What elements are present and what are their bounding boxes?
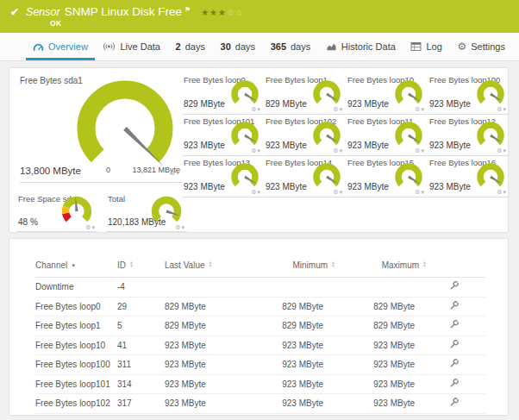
table-row-free-bytes-loop100[interactable]: Free Bytes loop100311923 MByte923 MByte9… [35,355,485,375]
table-row-free-bytes-loop0[interactable]: Free Bytes loop029829 MByte829 MByte829 … [35,297,485,317]
cell-maximum: 923 MByte [335,394,427,414]
column-header-channel[interactable]: Channel▼ [35,258,117,278]
cell-channel[interactable]: Downtime [35,278,117,298]
table-row-free-bytes-loop10[interactable]: Free Bytes loop1041923 MByte923 MByte923… [35,335,485,355]
gauge-arc [229,162,260,191]
cell-id: 311 [117,355,165,375]
primary-gauge-cell[interactable]: Free Bytes sda1 13,800 MByte 0 13,821 MB… [16,68,182,189]
pin-icon[interactable]: ▾ [421,106,425,112]
cell-channel[interactable]: Free Bytes loop11 [35,413,117,416]
gauge-value: 120,183 MByte [108,217,166,227]
sorted-desc-icon: ▼ [71,263,76,268]
cell-maximum: 923 MByte [335,374,427,394]
cell-channel[interactable]: Free Bytes loop10 [35,335,117,355]
table-row-free-bytes-loop1[interactable]: Free Bytes loop15829 MByte829 MByte829 M… [35,317,485,336]
cell-channel[interactable]: Free Bytes loop0 [35,297,117,317]
star-icon[interactable]: ☆ [227,8,235,17]
star-icon[interactable]: ★ [201,8,209,17]
cell-channel[interactable]: Free Bytes loop1 [35,317,117,336]
pin-icon[interactable]: ▾ [421,189,425,195]
tab-overview[interactable]: Overview [33,33,88,60]
wrench-icon[interactable] [449,320,459,329]
cell-actions [427,278,485,298]
cell-minimum: 923 MByte [270,374,335,394]
chart-icon [326,42,337,51]
gauge-free-bytes-loop102[interactable]: Free Bytes loop102923 MByte⚙▾ [264,115,345,156]
column-header-id[interactable]: ID▲▼ [117,258,165,278]
pin-icon[interactable]: ▾ [181,224,185,230]
sort-icon: ▲▼ [422,260,427,267]
gauge-free-bytes-loop15[interactable]: Free Bytes loop15923 MByte⚙▾ [346,156,427,197]
primary-gauge-settings-icons[interactable]: ⚙▾ [170,170,180,177]
flag-icon[interactable]: ⚑ [184,6,191,14]
column-header-last-value[interactable]: Last Value▲▼ [165,258,270,278]
cell-id: 44 [117,413,165,416]
cell-id: -4 [117,278,165,298]
star-icon[interactable]: ☆ [235,8,244,17]
tab-live-data[interactable]: Live Data [103,33,159,60]
column-header-minimum[interactable]: Minimum▲▼ [270,258,335,278]
cell-channel[interactable]: Free Bytes loop101 [35,374,117,394]
gauge-free-bytes-loop16[interactable]: Free Bytes loop16923 MByte⚙▾ [428,156,509,197]
pin-icon[interactable]: ▾ [257,106,261,112]
table-row-downtime[interactable]: Downtime-4 [35,278,485,298]
column-header-maximum[interactable]: Maximum▲▼ [335,258,427,278]
cell-channel[interactable]: Free Bytes loop100 [35,355,117,375]
gauge-free-bytes-loop11[interactable]: Free Bytes loop11923 MByte⚙▾ [346,115,427,156]
star-icon[interactable]: ★ [209,8,218,17]
tab-log[interactable]: Log [410,33,441,60]
table-row-free-bytes-loop101[interactable]: Free Bytes loop101314923 MByte923 MByte9… [35,374,485,394]
tab-365-days[interactable]: 365days [271,33,311,60]
wrench-icon[interactable] [449,301,459,310]
cell-channel[interactable]: Free Bytes loop102 [35,394,117,414]
gauge-free-bytes-loop13[interactable]: Free Bytes loop13923 MByte⚙▾ [182,156,263,197]
gauge-free-bytes-loop10[interactable]: Free Bytes loop10923 MByte⚙▾ [346,73,427,115]
gauge-label: Total [108,194,125,204]
pin-icon[interactable]: ▾ [339,106,343,112]
tab-30-days[interactable]: 30days [221,33,256,60]
cell-minimum: 923 MByte [270,413,335,416]
gauge-arc [59,195,94,228]
pin-icon[interactable]: ▾ [339,189,343,195]
pin-icon[interactable]: ▾ [421,147,425,154]
priority-stars[interactable]: ★★★☆☆ [201,8,244,17]
gauge-arc [393,121,424,150]
gauge-total[interactable]: Total120,183 MByte⚙▾ [106,192,187,232]
pin-icon[interactable]: ▾ [257,189,261,195]
gauge-value: 829 MByte [184,99,225,109]
wrench-icon[interactable] [449,340,459,349]
cell-actions [427,317,485,336]
gauge-free-bytes-loop0[interactable]: Free Bytes loop0829 MByte⚙▾ [182,73,263,115]
wrench-icon[interactable] [449,398,459,407]
gauge-free-space-sda1[interactable]: Free Space sda148 %⚙▾ [16,192,97,232]
cell-maximum: 923 MByte [335,413,427,416]
tab-2-days[interactable]: 2days [176,33,205,60]
gauge-value: 923 MByte [429,182,471,191]
table-row-free-bytes-loop11[interactable]: Free Bytes loop1144923 MByte923 MByte923… [35,413,485,416]
pin-icon[interactable]: ▾ [503,189,507,195]
pin-icon[interactable]: ▾ [339,147,343,154]
gauge-free-bytes-loop12[interactable]: Free Bytes loop12923 MByte⚙▾ [428,115,509,156]
pin-icon[interactable]: ▾ [503,106,507,112]
cell-last-value: 923 MByte [165,413,270,416]
cell-maximum: 923 MByte [335,355,427,375]
gauge-free-bytes-loop14[interactable]: Free Bytes loop14923 MByte⚙▾ [264,156,345,197]
cell-maximum [335,278,427,298]
gauge-value: 923 MByte [429,99,471,109]
star-icon[interactable]: ★ [218,8,227,17]
wrench-icon[interactable] [449,359,459,368]
cell-id: 29 [117,297,165,317]
tab-historic-data[interactable]: Historic Data [326,33,396,60]
pin-icon[interactable]: ▾ [503,147,507,154]
wrench-icon[interactable] [449,379,459,388]
gauge-free-bytes-loop1[interactable]: Free Bytes loop1829 MByte⚙▾ [264,73,345,115]
wrench-icon[interactable] [449,281,459,291]
gauge-free-bytes-loop101[interactable]: Free Bytes loop101923 MByte⚙▾ [182,115,263,156]
object-kind-label: Sensor [26,6,60,18]
pin-icon[interactable]: ▾ [91,224,96,230]
tab-settings[interactable]: ⚙Settings [457,33,505,60]
pin-icon[interactable]: ▾ [176,170,180,176]
pin-icon[interactable]: ▾ [257,147,261,154]
table-row-free-bytes-loop102[interactable]: Free Bytes loop102317923 MByte923 MByte9… [35,394,485,414]
gauge-free-bytes-loop100[interactable]: Free Bytes loop100923 MByte⚙▾ [428,73,509,115]
